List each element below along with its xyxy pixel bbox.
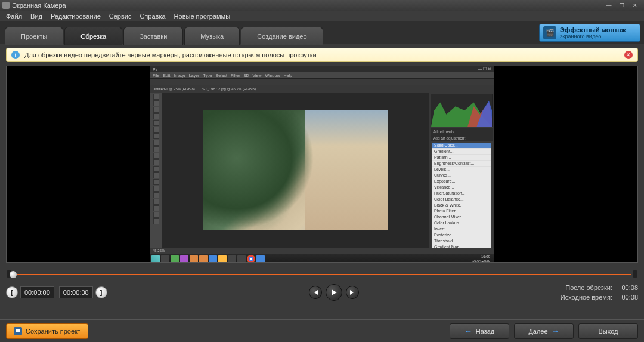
tab-music[interactable]: Музыка	[184, 27, 240, 45]
info-icon: i	[11, 51, 20, 59]
windows-taskbar: 16:0919.04.2020	[150, 254, 494, 263]
exit-label: Выход	[599, 328, 618, 335]
next-frame-button[interactable]	[346, 286, 359, 299]
end-time[interactable]: 00:00:08	[59, 286, 93, 298]
bottom-bar: Сохранить проект ← Назад Далее → Выход	[0, 319, 644, 342]
set-start-button[interactable]: [	[6, 286, 18, 298]
tab-projects[interactable]: Проекты	[5, 27, 63, 45]
titlebar: Экранная Камера — ❐ ✕	[0, 0, 644, 11]
tab-trim[interactable]: Обрезка	[64, 27, 122, 45]
timeline-area	[6, 266, 638, 278]
next-label: Далее	[528, 328, 547, 335]
menu-view[interactable]: Вид	[27, 12, 46, 20]
ps-toolbar	[150, 93, 162, 248]
duration-info: После обрезки: 00:08 Исходное время: 00:…	[561, 283, 638, 302]
menu-service[interactable]: Сервис	[106, 12, 135, 20]
video-preview: Ps — ☐ ✕ FileEditImage LayerTypeSelect F…	[6, 66, 638, 263]
ps-canvas-area	[162, 93, 429, 248]
histogram-panel	[431, 94, 493, 127]
tabstrip: Проекты Обрезка Заставки Музыка Создание…	[0, 21, 644, 44]
ps-titlebar: Ps — ☐ ✕	[150, 66, 494, 72]
film-icon: 🎬	[543, 26, 556, 39]
arrow-right-icon: →	[552, 326, 559, 335]
next-button[interactable]: Далее →	[514, 323, 574, 339]
ps-panels: Adjustments Add an adjustment Solid Colo…	[429, 93, 494, 248]
maximize-button[interactable]: ❐	[615, 1, 628, 10]
menu-edit[interactable]: Редактирование	[47, 12, 104, 20]
info-close-button[interactable]: ✕	[624, 51, 633, 59]
save-project-label: Сохранить проект	[26, 328, 80, 335]
adjustments-panel: Adjustments Add an adjustment Solid Colo…	[431, 128, 493, 248]
trim-timeline[interactable]	[13, 271, 631, 278]
timeline-track	[13, 274, 631, 275]
back-button[interactable]: ← Назад	[450, 323, 509, 339]
set-end-button[interactable]: ]	[95, 286, 107, 298]
menu-help[interactable]: Справка	[136, 12, 169, 20]
ps-document-tabs: Untitled-1 @ 25% (RGB/8)DSC_1987.2.jpg @…	[150, 85, 494, 93]
play-button[interactable]	[326, 284, 342, 301]
save-icon	[14, 327, 22, 335]
playhead[interactable]	[10, 271, 17, 278]
ps-statusbar: 45.25%	[150, 248, 494, 254]
ps-image	[203, 110, 388, 230]
info-bar: i Для обрезки видео передвигайте чёрные …	[6, 48, 638, 62]
start-time[interactable]: 00:00:00	[20, 286, 54, 298]
controls-row: [ 00:00:00 00:00:08 ] После обрезки: 00:…	[6, 283, 638, 302]
ps-options-bar	[150, 78, 494, 85]
promo-title: Эффектный монтаж	[560, 26, 626, 33]
prev-frame-button[interactable]	[309, 286, 322, 299]
info-text: Для обрезки видео передвигайте чёрные ма…	[24, 51, 317, 58]
ps-menu: FileEditImage LayerTypeSelect Filter3DVi…	[150, 72, 494, 78]
save-project-button[interactable]: Сохранить проект	[6, 323, 88, 339]
back-label: Назад	[476, 328, 495, 335]
promo-subtitle: экранного видео	[560, 33, 626, 39]
trim-marker-end[interactable]	[633, 270, 637, 278]
app-icon	[2, 2, 10, 9]
minimize-button[interactable]: —	[602, 1, 615, 10]
tab-splash[interactable]: Заставки	[123, 27, 183, 45]
menu-file[interactable]: Файл	[2, 12, 26, 20]
menu-new-programs[interactable]: Новые программы	[171, 12, 234, 20]
menubar: Файл Вид Редактирование Сервис Справка Н…	[0, 11, 644, 21]
ps-logo: Ps	[153, 67, 157, 72]
exit-button[interactable]: Выход	[578, 323, 638, 339]
arrow-left-icon: ←	[465, 326, 472, 335]
app-title: Экранная Камера	[12, 2, 66, 9]
promo-banner[interactable]: 🎬 Эффектный монтаж экранного видео	[539, 24, 640, 42]
recorded-window: Ps — ☐ ✕ FileEditImage LayerTypeSelect F…	[150, 66, 494, 262]
close-button[interactable]: ✕	[628, 1, 642, 10]
tab-create-video[interactable]: Создание видео	[241, 27, 323, 45]
